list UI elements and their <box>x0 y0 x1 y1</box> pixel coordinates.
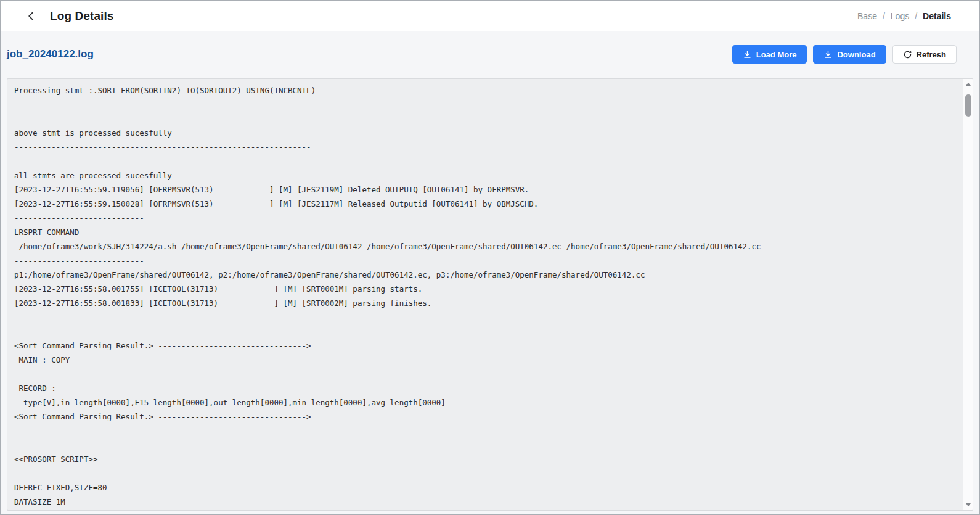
download-label: Download <box>837 51 875 59</box>
refresh-button[interactable]: Refresh <box>892 45 957 64</box>
log-file-name: job_20240122.log <box>7 48 94 60</box>
log-viewer[interactable]: Processing stmt :.SORT FROM(SORTIN2) TO(… <box>7 78 973 511</box>
breadcrumb-separator: / <box>883 11 885 21</box>
chevron-left-icon <box>25 10 38 22</box>
breadcrumb-item-base[interactable]: Base <box>857 11 877 21</box>
scrollbar-thumb[interactable] <box>965 94 971 117</box>
download-icon <box>823 50 833 59</box>
log-content: Processing stmt :.SORT FROM(SORTIN2) TO(… <box>7 79 973 510</box>
load-more-button[interactable]: Load More <box>732 45 807 64</box>
log-details-page: { "header": { "title": "Log Details", "b… <box>0 0 980 515</box>
refresh-label: Refresh <box>917 51 946 59</box>
scroll-down-icon[interactable] <box>966 503 971 506</box>
main-content: job_20240122.log Load More Download Re <box>1 31 979 514</box>
download-icon <box>743 50 752 59</box>
page-title: Log Details <box>50 9 114 23</box>
back-button[interactable] <box>24 9 39 23</box>
breadcrumb: Base / Logs / Details <box>857 11 951 21</box>
breadcrumb-item-logs[interactable]: Logs <box>891 11 909 21</box>
toolbar-actions: Load More Download Refresh <box>732 45 957 64</box>
download-button[interactable]: Download <box>813 45 886 64</box>
breadcrumb-item-details: Details <box>923 11 951 21</box>
log-toolbar: job_20240122.log Load More Download Re <box>7 45 973 64</box>
breadcrumb-separator: / <box>915 11 917 21</box>
page-header: Log Details Base / Logs / Details <box>1 1 979 31</box>
log-scrollbar[interactable] <box>963 79 973 510</box>
load-more-label: Load More <box>756 51 797 59</box>
refresh-icon <box>903 50 912 59</box>
scroll-up-icon[interactable] <box>966 83 971 86</box>
